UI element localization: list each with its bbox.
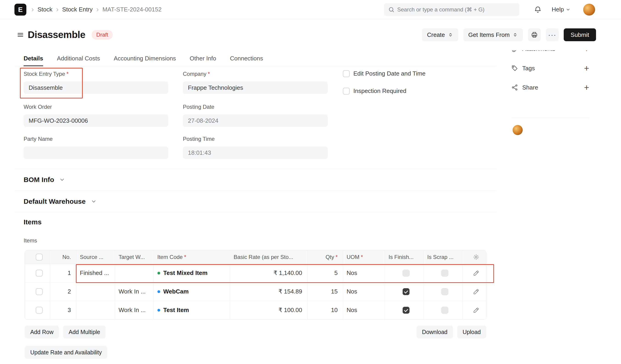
col-is-finished: Is Finish... — [385, 251, 423, 264]
target-warehouse-cell[interactable]: Work In ... — [115, 282, 154, 301]
edit-row-pencil-icon[interactable] — [473, 307, 480, 314]
table-row-3: 3 Work In ... Test Item ₹ 100.00 10 Nos — [25, 301, 486, 319]
app-logo[interactable]: E — [15, 4, 26, 16]
qty-cell[interactable]: 5 — [307, 264, 343, 282]
breadcrumb-stock[interactable]: Stock — [38, 6, 52, 13]
select-all-checkbox[interactable] — [36, 254, 43, 261]
basic-rate-cell[interactable]: ₹ 154.89 — [230, 282, 307, 301]
stock-entry-type-label: Stock Entry Type* — [24, 70, 168, 77]
is-scrap-checkbox[interactable] — [441, 307, 448, 314]
select-chevrons-icon — [448, 32, 453, 38]
user-avatar[interactable] — [583, 4, 595, 16]
tag-icon — [511, 65, 518, 72]
items-grid: No. Source ... Target W... Item Code* Ba… — [25, 250, 486, 320]
more-menu-button[interactable]: ··· — [546, 28, 559, 41]
party-name-input[interactable] — [24, 146, 168, 159]
is-finished-checkbox[interactable] — [403, 270, 410, 277]
sidebar-tags[interactable]: Tags + — [511, 63, 589, 74]
chevron-down-icon — [566, 7, 570, 12]
breadcrumb-separator: › — [31, 5, 34, 14]
item-status-dot — [157, 272, 160, 274]
edit-row-pencil-icon[interactable] — [473, 288, 480, 295]
item-code-cell[interactable]: Test Item — [154, 301, 230, 319]
field-posting-date: Posting Date 27-08-2024 — [183, 103, 328, 127]
edit-row-pencil-icon[interactable] — [473, 270, 480, 277]
row-no: 1 — [50, 264, 76, 282]
row-select-checkbox[interactable] — [36, 270, 43, 277]
qty-cell[interactable]: 15 — [307, 282, 343, 301]
submit-button[interactable]: Submit — [564, 28, 596, 41]
item-status-dot — [157, 290, 160, 293]
navbar: E › Stock › Stock Entry › MAT-STE-2024-0… — [0, 0, 621, 19]
sidebar-divider — [511, 118, 589, 118]
get-items-from-label: Get Items From — [468, 31, 510, 38]
is-scrap-checkbox[interactable] — [441, 288, 448, 295]
items-section-title: Items — [24, 218, 41, 226]
breadcrumb-separator: › — [56, 5, 59, 14]
grid-header-row: No. Source ... Target W... Item Code* Ba… — [25, 251, 486, 264]
edit-posting-checkbox[interactable] — [343, 70, 350, 77]
company-label: Company* — [183, 70, 328, 77]
basic-rate-cell[interactable]: ₹ 1,140.00 — [230, 264, 307, 282]
select-chevrons-icon — [512, 32, 518, 38]
is-finished-checkbox[interactable] — [403, 288, 410, 295]
target-warehouse-cell[interactable] — [115, 264, 154, 282]
target-warehouse-cell[interactable]: Work In ... — [115, 301, 154, 319]
section-default-warehouse[interactable]: Default Warehouse — [15, 191, 497, 212]
qty-cell[interactable]: 10 — [307, 301, 343, 319]
update-rate-availability-button[interactable]: Update Rate and Availability — [25, 346, 107, 359]
grid-settings-gear-icon[interactable] — [473, 254, 479, 260]
tab-accounting-dimensions[interactable]: Accounting Dimensions — [114, 51, 176, 66]
source-warehouse-cell[interactable] — [76, 301, 115, 319]
add-multiple-button[interactable]: Add Multiple — [63, 326, 106, 338]
uom-cell[interactable]: Nos — [343, 282, 385, 301]
create-button[interactable]: Create — [422, 28, 458, 41]
posting-time-input[interactable]: 18:01:43 — [183, 146, 328, 159]
field-party-name: Party Name — [24, 136, 168, 159]
inspection-required-checkbox[interactable] — [343, 88, 350, 95]
inspection-required-checkbox-field[interactable]: Inspection Required — [343, 87, 406, 95]
stock-entry-type-input[interactable]: Disassemble — [24, 81, 168, 94]
search-input[interactable] — [384, 3, 519, 16]
download-button[interactable]: Download — [417, 326, 453, 338]
section-bom-info[interactable]: BOM Info — [15, 169, 497, 191]
get-items-from-button[interactable]: Get Items From — [463, 28, 523, 41]
uom-cell[interactable]: Nos — [343, 301, 385, 319]
field-work-order: Work Order MFG-WO-2023-00006 — [24, 103, 168, 127]
sidebar-toggle-icon[interactable] — [17, 31, 24, 38]
tab-additional-costs[interactable]: Additional Costs — [57, 51, 100, 66]
is-scrap-checkbox[interactable] — [441, 270, 448, 277]
add-row-button[interactable]: Add Row — [25, 326, 59, 338]
edit-posting-checkbox-field[interactable]: Edit Posting Date and Time — [343, 70, 426, 77]
row-select-checkbox[interactable] — [36, 307, 43, 314]
tab-other-info[interactable]: Other Info — [190, 51, 216, 66]
company-input[interactable]: Frappe Technologies — [183, 81, 328, 94]
tab-connections[interactable]: Connections — [230, 51, 263, 66]
work-order-input[interactable]: MFG-WO-2023-00006 — [24, 114, 168, 127]
posting-date-input[interactable]: 27-08-2024 — [183, 114, 328, 127]
tab-details[interactable]: Details — [24, 51, 43, 66]
right-sidebar: Attachments + Tags + Share + — [511, 19, 599, 364]
create-label: Create — [427, 31, 445, 38]
help-menu[interactable]: Help — [552, 6, 570, 13]
print-button[interactable] — [528, 28, 541, 41]
upload-button[interactable]: Upload — [457, 326, 486, 338]
item-code-cell[interactable]: Test Mixed Item — [154, 264, 230, 282]
sidebar-share[interactable]: Share + — [511, 82, 589, 93]
uom-cell[interactable]: Nos — [343, 264, 385, 282]
add-tag-button[interactable]: + — [584, 64, 589, 73]
breadcrumb-stock-entry[interactable]: Stock Entry — [62, 6, 93, 13]
item-code-cell[interactable]: WebCam — [154, 282, 230, 301]
row-select-checkbox[interactable] — [36, 288, 43, 295]
breadcrumb-current-doc[interactable]: MAT-STE-2024-00152 — [103, 6, 162, 13]
page-title: Disassemble — [28, 29, 85, 40]
source-warehouse-cell[interactable]: Finished ... — [76, 264, 115, 282]
notifications-bell-icon[interactable] — [534, 6, 542, 14]
field-stock-entry-type: Stock Entry Type* Disassemble — [24, 70, 168, 94]
bom-info-title: BOM Info — [24, 176, 54, 184]
source-warehouse-cell[interactable] — [76, 282, 115, 301]
is-finished-checkbox[interactable] — [403, 307, 410, 314]
add-share-button[interactable]: + — [584, 83, 589, 92]
items-field-label: Items — [24, 237, 37, 244]
basic-rate-cell[interactable]: ₹ 100.00 — [230, 301, 307, 319]
